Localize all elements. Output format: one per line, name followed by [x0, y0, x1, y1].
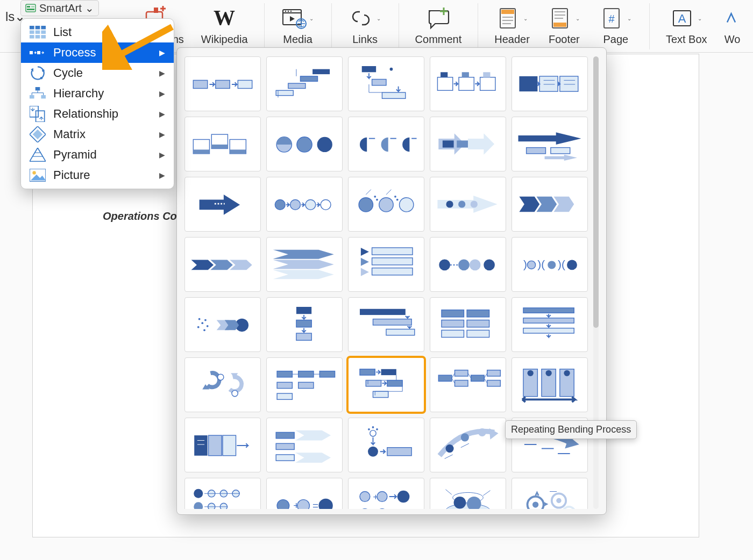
menu-item-hierarchy[interactable]: Hierarchy ▶: [21, 83, 174, 104]
menu-item-list[interactable]: List ▶: [21, 22, 174, 42]
gallery-tile-4[interactable]: [512, 56, 588, 111]
svg-point-115: [359, 198, 373, 212]
svg-marker-105: [518, 132, 581, 145]
menu-item-label: List: [53, 25, 152, 39]
gallery-tile-12[interactable]: [348, 177, 424, 232]
gallery-tile-6[interactable]: [266, 117, 343, 171]
svg-rect-171: [442, 320, 464, 327]
menu-item-relationship[interactable]: Relationship ▶: [21, 104, 174, 124]
gallery-tile-38[interactable]: [430, 478, 506, 509]
page-number-button[interactable]: # ⌄ Page: [595, 3, 636, 47]
svg-rect-75: [437, 77, 452, 91]
menu-item-pyramid[interactable]: Pyramid ▶: [21, 145, 174, 165]
svg-point-143: [439, 260, 450, 271]
gallery-tile-31[interactable]: [266, 418, 343, 472]
gallery-tile-10[interactable]: [184, 177, 261, 232]
textbox-button[interactable]: A ⌄ Text Box: [663, 3, 711, 47]
svg-marker-12: [290, 16, 295, 21]
svg-rect-69: [362, 66, 376, 72]
gallery-tile-11[interactable]: [266, 177, 343, 232]
gallery-tile-28[interactable]: [430, 357, 506, 412]
gallery-tile-26[interactable]: [266, 357, 343, 412]
svg-marker-133: [230, 260, 252, 270]
gallery-tile-39[interactable]: [512, 478, 588, 509]
svg-rect-194: [373, 391, 388, 397]
svg-point-250: [277, 500, 289, 509]
svg-rect-214: [223, 435, 236, 456]
comment-button[interactable]: Comment: [412, 3, 465, 47]
gallery-tile-21[interactable]: [266, 297, 343, 352]
gallery-tile-19[interactable]: ))()(: [512, 237, 588, 292]
media-button[interactable]: ⌄ Media: [278, 3, 318, 47]
svg-point-9: [285, 11, 286, 12]
gallery-tile-22[interactable]: [348, 297, 424, 352]
gallery-tile-13[interactable]: [430, 177, 506, 232]
gallery-tile-5[interactable]: [184, 117, 261, 171]
gallery-tile-30[interactable]: [184, 418, 261, 472]
svg-rect-174: [467, 330, 489, 337]
gallery-tile-27[interactable]: [348, 357, 424, 412]
svg-point-224: [372, 426, 374, 428]
svg-rect-15: [501, 10, 514, 14]
gallery-tile-24[interactable]: [512, 297, 588, 352]
gallery-tile-23[interactable]: [430, 297, 506, 352]
svg-point-243: [194, 502, 203, 509]
scrollbar-thumb[interactable]: [593, 56, 599, 328]
gallery-tile-37[interactable]: +: [348, 478, 424, 509]
gallery-tile-15[interactable]: [184, 237, 261, 292]
svg-point-271: [563, 507, 576, 509]
svg-point-118: [374, 196, 376, 198]
gallery-scrollbar[interactable]: [593, 56, 599, 509]
gallery-tile-36[interactable]: +=: [266, 478, 343, 509]
gallery-tile-18[interactable]: [430, 237, 506, 292]
list-icon: [30, 25, 46, 39]
svg-rect-37: [41, 35, 46, 38]
hierarchy-icon: [30, 87, 46, 100]
svg-marker-53: [33, 130, 42, 139]
gallery-tile-20[interactable]: [184, 297, 261, 352]
svg-rect-83: [560, 76, 578, 91]
svg-text:)(: )(: [537, 258, 545, 270]
gallery-tile-29[interactable]: [512, 357, 588, 412]
gallery-tile-32[interactable]: [348, 418, 424, 472]
svg-rect-197: [454, 380, 468, 386]
gallery-tile-14[interactable]: [512, 177, 588, 232]
gallery-tile-3[interactable]: [430, 56, 506, 111]
svg-point-244: [208, 503, 215, 509]
menu-item-cycle[interactable]: Cycle ▶: [21, 63, 174, 83]
wikipedia-button[interactable]: W Wikipedia: [198, 3, 251, 47]
svg-rect-191: [381, 369, 396, 375]
gallery-tile-17[interactable]: [348, 237, 424, 292]
svg-rect-62: [238, 80, 252, 88]
menu-item-matrix[interactable]: Matrix ▶: [21, 124, 174, 145]
wordart-button-truncated[interactable]: Wo: [721, 3, 744, 47]
gallery-tile-1[interactable]: [266, 56, 343, 111]
links-button[interactable]: ⌄ Links: [345, 3, 386, 47]
svg-rect-221: [276, 455, 294, 461]
footer-button[interactable]: ⌄ Footer: [544, 3, 585, 47]
menu-item-process[interactable]: Process ▶: [21, 42, 174, 63]
svg-rect-79: [462, 72, 469, 77]
gallery-tile-16[interactable]: [266, 237, 343, 292]
svg-marker-109: [200, 195, 240, 215]
gallery-tile-9[interactable]: [512, 117, 588, 171]
svg-marker-136: [273, 270, 334, 279]
menu-item-picture[interactable]: Picture ▶: [21, 165, 174, 185]
gallery-tile-8[interactable]: [430, 117, 506, 171]
svg-rect-65: [300, 76, 317, 81]
gallery-tile-33[interactable]: [430, 418, 506, 472]
gallery-tile-7[interactable]: [348, 117, 424, 171]
svg-rect-77: [480, 77, 495, 91]
svg-point-149: [528, 261, 536, 269]
menu-item-label: Relationship: [53, 107, 152, 121]
svg-point-147: [484, 260, 495, 271]
gallery-tile-35[interactable]: [184, 478, 261, 509]
header-button[interactable]: ⌄ Header: [491, 3, 533, 47]
gallery-tile-0[interactable]: [184, 56, 261, 111]
gallery-tile-25[interactable]: [184, 357, 261, 412]
smartart-button[interactable]: SmartArt ⌄: [20, 0, 99, 16]
svg-point-125: [446, 200, 453, 207]
gallery-tile-2[interactable]: [348, 56, 424, 111]
svg-point-151: [548, 261, 556, 269]
svg-line-233: [445, 455, 453, 459]
